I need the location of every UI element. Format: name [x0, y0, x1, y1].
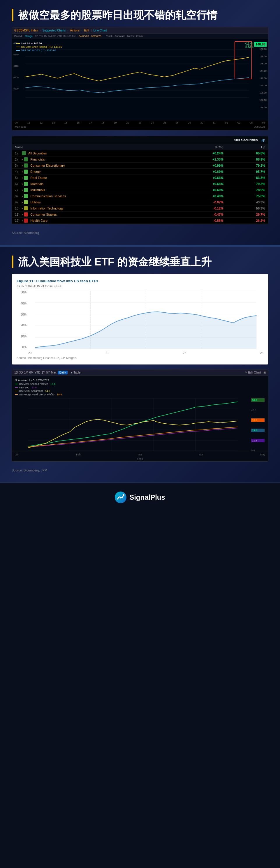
y-axis-right: 150.00 148.00 146.00 144.00 142.00 140.0…	[259, 48, 267, 109]
table-row: 8) › Communication Services +0.49% 75.0%	[12, 193, 268, 199]
indicator-consumer-staples	[24, 212, 28, 216]
row-up-real-estate: 83.3%	[223, 176, 265, 180]
bb2-chart-with-axis: 53.0 40.0 18.6 13.8 11.6 0.0	[15, 398, 265, 452]
bloomberg2-source: Source: Bloomberg, JPM	[12, 466, 268, 477]
row-up-all-securities: 65.8%	[223, 152, 265, 155]
intervals: 1D 1W 1M 3M 6M YTD Max 30 Min	[35, 35, 76, 38]
sp500-label: S&P 500	[19, 386, 29, 389]
securities-table: 503 Securities Up Name %Chg Up 1) All Se…	[12, 136, 268, 224]
table-row: 10) › Information Technology -0.12% 56.3…	[12, 206, 268, 212]
chart-type: Line Chart	[93, 29, 106, 32]
bb2-y-axis: 53.0 40.0 18.6 13.8 11.6 0.0	[251, 398, 265, 452]
footer: SignalPlus	[0, 483, 280, 512]
y-axis-left: 4300 4250 4200 4150 4100	[13, 42, 19, 90]
row-up-communication: 75.0%	[223, 194, 265, 198]
securities-header: 503 Securities Up	[12, 136, 268, 144]
figure11-svg	[28, 291, 263, 349]
row-chg-consumer-staples: -0.47%	[171, 213, 223, 216]
col-header-name: Name	[15, 145, 171, 149]
row-name-real-estate: 5) › Real Estate	[15, 176, 171, 180]
row-chg-industrials: +0.60%	[171, 188, 223, 192]
bloomberg-chart2: 1D 3D 1M 6M YTD 1Y 5Y Max Daily ▼ Table …	[12, 369, 268, 462]
col-header-chg: %Chg	[171, 145, 223, 149]
gs-most-shorted-dot	[15, 384, 18, 384]
chevron-icon: ›	[22, 213, 23, 216]
row-name-energy: 4) › Energy	[15, 169, 171, 174]
table-row: 1) All Securities +0.24% 65.8%	[12, 150, 268, 156]
x-axis-labels-fig11: 20 21 22 23	[28, 351, 263, 354]
chart-area: Last Price 148.86 GS Most Short Rolling …	[12, 39, 268, 121]
row-name-health-care: 12) › Health Care	[15, 219, 171, 223]
nav-tabs: Track · Annotate · News · Zoom	[106, 35, 143, 38]
indicator-materials	[24, 182, 28, 186]
indicator-communication	[24, 194, 28, 198]
row-up-consumer-disc: 79.2%	[223, 164, 265, 167]
signalplus-logo: SignalPlus	[115, 492, 165, 503]
retail-value: 54.0	[45, 390, 51, 393]
chevron-icon: ›	[22, 201, 23, 204]
table-row: 9) › Utilities -0.07% 43.3%	[12, 199, 268, 206]
legend-item-retail: GS Retail Sentiment 54.0	[15, 390, 265, 393]
section2-title: 流入美国科技业 ETF 的资金继续垂直上升	[12, 255, 268, 268]
price-tag-sp: 11.6	[251, 439, 265, 442]
row-up-health-care: 26.2%	[223, 219, 265, 222]
chevron-icon: ›	[22, 176, 23, 180]
indicator-infotech	[24, 206, 28, 210]
bb2-chart-inner	[15, 398, 251, 452]
chevron-icon: ›	[22, 188, 23, 192]
range-label[interactable]: Range	[25, 35, 33, 38]
legend-item-hedge: GS Hedge Fund VIP on 6/6/23 18.6	[15, 393, 265, 396]
table-row: 6) › Materials +0.65% 79.3%	[12, 181, 268, 187]
retail-dot	[15, 391, 18, 391]
table-row: 11) › Consumer Staples -0.47% 29.7%	[12, 212, 268, 218]
indicator-energy	[24, 169, 28, 174]
hedge-label: GS Hedge Fund VIP on 6/6/23	[19, 393, 55, 396]
table-row: 7) › Industrials +0.60% 78.9%	[12, 187, 268, 193]
daily-tab-active[interactable]: Daily	[58, 371, 68, 374]
table-row: 4) › Energy +0.69% 95.7%	[12, 169, 268, 175]
chevron-icon: ›	[22, 195, 23, 198]
row-up-utilities: 43.3%	[223, 200, 265, 204]
edit-chart-icon[interactable]: ✎ Edit Chart	[245, 371, 261, 374]
gs-most-shorted-value: 13.8	[51, 382, 56, 385]
row-up-industrials: 78.9%	[223, 188, 265, 192]
price-tag-gs: 13.8	[251, 429, 265, 432]
svg-point-28	[123, 494, 124, 496]
indicator-real-estate	[24, 176, 28, 180]
legend-title: Normalized As Of 12/30/2022	[15, 379, 265, 382]
row-name-utilities: 9) › Utilities	[15, 200, 171, 204]
row-chg-consumer-disc: +0.99%	[171, 164, 223, 167]
row-chg-financials: +1.33%	[171, 158, 223, 161]
page-title: 被做空最多的股票昨日出现不错的轧空行情	[12, 9, 268, 21]
price-tag-hedge: 18.6	[251, 418, 265, 422]
row-name-all-securities: 1) All Securities	[15, 151, 171, 155]
row-name-consumer-disc: 3) › Consumer Discretionary	[15, 163, 171, 167]
x-axis-labels: 09 11 12 13 15 16 17 18 19 22 23 24 25 2…	[12, 121, 268, 125]
price-tag-top: 53.0	[251, 398, 265, 402]
chevron-icon: ›	[22, 182, 23, 186]
hedge-dot	[15, 394, 18, 395]
indicator-utilities	[24, 200, 28, 204]
hedge-value: 18.6	[57, 393, 62, 396]
x-month-labels: May 2023 Jun 2023	[12, 125, 268, 130]
row-name-communication: 8) › Communication Services	[15, 194, 171, 198]
table-tab[interactable]: ▼ Table	[70, 371, 81, 374]
col-header-up: Up	[223, 145, 265, 149]
row-chg-infotech: -0.12%	[171, 207, 223, 210]
date-range: 04/03/23 - 06/06/23	[79, 35, 101, 38]
indicator-health-care	[24, 219, 28, 223]
row-chg-materials: +0.65%	[171, 182, 223, 186]
chevron-icon: ›	[22, 164, 23, 167]
row-chg-utilities: -0.07%	[171, 200, 223, 204]
securities-count: 503 Securities	[234, 138, 258, 142]
table-row: 5) › Real Estate +0.66% 83.3%	[12, 175, 268, 181]
line-chart-container: 20 21 22 23	[28, 291, 263, 354]
gs-most-shorted-label: GS Most Shorted Names	[19, 382, 48, 385]
figure11-subtitle: as % of the AUM of those ETFs	[17, 284, 263, 288]
row-chg-health-care: -0.88%	[171, 219, 223, 222]
table-row: 12) › Health Care -0.88% 26.2%	[12, 218, 268, 224]
indicator-all-securities	[22, 151, 26, 155]
row-up-infotech: 56.3%	[223, 207, 265, 210]
table-row: 2) › Financials +1.33% 88.9%	[12, 156, 268, 163]
row-chg-all-securities: +0.24%	[171, 152, 223, 155]
